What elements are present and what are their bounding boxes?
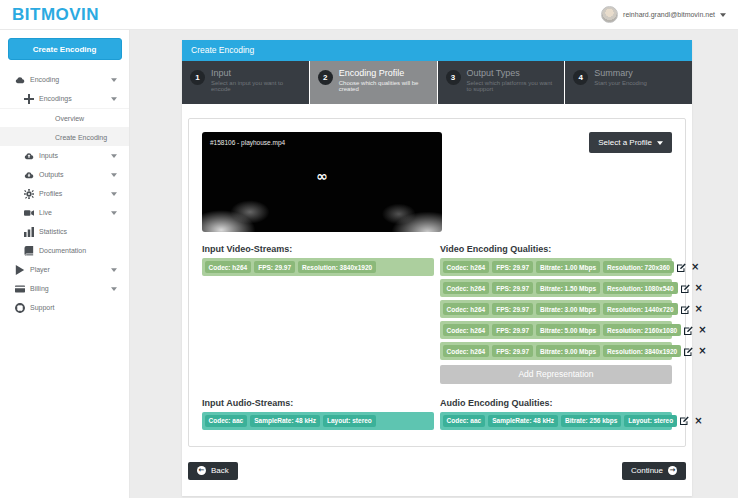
input-audio-streams-heading: Input Audio-Streams: <box>202 398 434 408</box>
video-encoding-qualities-list: Codec: h264FPS: 29.97Bitrate: 1.00 MbpsR… <box>440 258 672 360</box>
select-profile-label: Select a Profile <box>598 138 652 147</box>
sidebar-item-label: Live <box>39 209 52 216</box>
sidebar-item-documentation[interactable]: Documentation <box>0 241 129 260</box>
user-email: reinhard.grandl@bitmovin.net <box>623 11 715 18</box>
sidebar-item-create-encoding[interactable]: Create Encoding <box>0 127 129 146</box>
caret-down-icon <box>111 287 117 291</box>
book-icon <box>24 246 34 256</box>
step-number: 2 <box>318 70 333 85</box>
caret-down-icon <box>111 268 117 272</box>
continue-button[interactable]: Continue → <box>622 462 686 480</box>
step-subtitle: Select which platforms you want to suppo… <box>467 80 557 92</box>
sidebar-item-label: Inputs <box>39 152 58 159</box>
caret-down-icon <box>111 78 117 82</box>
user-menu[interactable]: reinhard.grandl@bitmovin.net <box>601 6 726 23</box>
audio-encoding-qualities-list: Codec: aacSampleRate: 48 kHzBitrate: 256… <box>440 412 672 430</box>
remove-icon[interactable]: × <box>691 262 699 272</box>
step-input[interactable]: 1InputSelect an input you want to encode <box>182 61 309 104</box>
sidebar-nav: EncodingEncodingsOverviewCreate Encoding… <box>0 70 129 317</box>
stream-badge: Bitrate: 3.00 Mbps <box>536 303 600 315</box>
create-encoding-button[interactable]: Create Encoding <box>8 38 122 60</box>
stream-badge: Codec: h264 <box>443 345 490 357</box>
sidebar-item-inputs[interactable]: Inputs <box>0 146 129 165</box>
stream-info-bar: Codec: h264FPS: 29.97Bitrate: 5.00 MbpsR… <box>440 321 672 339</box>
encoding-profile-card: #158106 - playhouse.mp4 ∞ Select a Profi… <box>188 118 686 447</box>
step-subtitle: Start your Encoding <box>594 80 647 86</box>
step-number: 1 <box>190 70 205 85</box>
sidebar: Create Encoding EncodingEncodingsOvervie… <box>0 30 130 498</box>
stream-badge: Codec: h264 <box>443 282 490 294</box>
caret-down-icon <box>111 192 117 196</box>
stream-badge: FPS: 29.97 <box>492 303 533 315</box>
sidebar-item-live[interactable]: Live <box>0 203 129 222</box>
remove-icon[interactable]: × <box>695 304 703 314</box>
input-audio-streams-list: Codec: aacSampleRate: 48 kHzLayout: ster… <box>202 412 434 430</box>
video-preview-label: #158106 - playhouse.mp4 <box>210 139 285 146</box>
stream-badge: FPS: 29.97 <box>492 261 533 273</box>
stream-info-bar: Codec: h264FPS: 29.97Resolution: 3840x19… <box>202 258 434 276</box>
step-number: 4 <box>573 70 588 85</box>
wizard-footer: ← Back Continue → <box>188 462 686 480</box>
remove-icon[interactable]: × <box>695 283 703 293</box>
main-content: Create Encoding 1InputSelect an input yo… <box>182 40 692 496</box>
edit-icon[interactable] <box>684 326 693 335</box>
step-title: Output Types <box>467 68 557 78</box>
caret-down-icon <box>111 173 117 177</box>
back-label: Back <box>211 466 229 475</box>
top-header: BITMOVIN reinhard.grandl@bitmovin.net <box>0 0 738 30</box>
sidebar-item-outputs[interactable]: Outputs <box>0 165 129 184</box>
sidebar-item-statistics[interactable]: Statistics <box>0 222 129 241</box>
sidebar-item-player[interactable]: Player <box>0 260 129 279</box>
stream-info-bar: Codec: h264FPS: 29.97Bitrate: 9.00 MbpsR… <box>440 342 672 360</box>
edit-icon[interactable] <box>681 305 690 314</box>
vr-goggles-icon: ∞ <box>316 169 328 183</box>
arrow-right-icon: → <box>668 466 677 475</box>
sidebar-item-label: Support <box>30 304 55 311</box>
step-title: Encoding Profile <box>339 68 429 78</box>
panel-title: Create Encoding <box>182 40 692 61</box>
video-camera-icon <box>24 208 34 218</box>
stream-badge: Bitrate: 9.00 Mbps <box>536 345 600 357</box>
step-encoding-profile[interactable]: 2Encoding ProfileChoose which qualities … <box>310 61 437 104</box>
stream-badge: Resolution: 1080x540 <box>603 282 677 294</box>
sidebar-item-billing[interactable]: Billing <box>0 279 129 298</box>
stream-badge: Bitrate: 256 kbps <box>561 415 621 427</box>
step-output-types[interactable]: 3Output TypesSelect which platforms you … <box>438 61 565 104</box>
sidebar-item-label: Profiles <box>39 190 62 197</box>
step-subtitle: Choose which qualities will be created <box>339 80 429 92</box>
select-profile-button[interactable]: Select a Profile <box>589 132 672 153</box>
sidebar-item-encoding[interactable]: Encoding <box>0 70 129 89</box>
step-summary[interactable]: 4SummaryStart your Encoding <box>565 61 692 104</box>
stream-badge: Codec: h264 <box>205 261 252 273</box>
sidebar-item-label: Player <box>30 266 50 273</box>
step-number: 3 <box>446 70 461 85</box>
edit-icon[interactable] <box>677 263 686 272</box>
cloud-icon <box>15 75 25 85</box>
audio-encoding-qualities-heading: Audio Encoding Qualities: <box>440 398 672 408</box>
gears-icon <box>24 189 34 199</box>
video-encoding-qualities-heading: Video Encoding Qualities: <box>440 244 672 254</box>
life-ring-icon <box>15 303 25 313</box>
stream-badge: Codec: h264 <box>443 324 490 336</box>
stream-badge: Resolution: 3840x1920 <box>298 261 376 273</box>
sidebar-item-support[interactable]: Support <box>0 298 129 317</box>
remove-icon[interactable]: × <box>698 346 706 356</box>
stream-badge: SampleRate: 48 kHz <box>250 415 320 427</box>
sidebar-item-profiles[interactable]: Profiles <box>0 184 129 203</box>
sidebar-item-encodings[interactable]: Encodings <box>0 89 129 108</box>
edit-icon[interactable] <box>684 347 693 356</box>
stream-info-bar: Codec: h264FPS: 29.97Bitrate: 1.50 MbpsR… <box>440 279 672 297</box>
remove-icon[interactable]: × <box>698 325 706 335</box>
stream-info-bar: Codec: aacSampleRate: 48 kHzBitrate: 256… <box>440 412 672 430</box>
back-button[interactable]: ← Back <box>188 462 238 480</box>
stream-badge: Resolution: 3840x1920 <box>603 345 681 357</box>
remove-icon[interactable]: × <box>694 416 702 426</box>
edit-icon[interactable] <box>681 284 690 293</box>
stream-badge: Codec: aac <box>443 415 486 427</box>
avatar <box>601 6 618 23</box>
sidebar-item-overview[interactable]: Overview <box>0 108 129 127</box>
edit-icon[interactable] <box>680 416 689 425</box>
caret-down-icon <box>111 97 117 101</box>
caret-down-icon <box>111 211 117 215</box>
add-representation-button[interactable]: Add Representation <box>440 365 672 384</box>
